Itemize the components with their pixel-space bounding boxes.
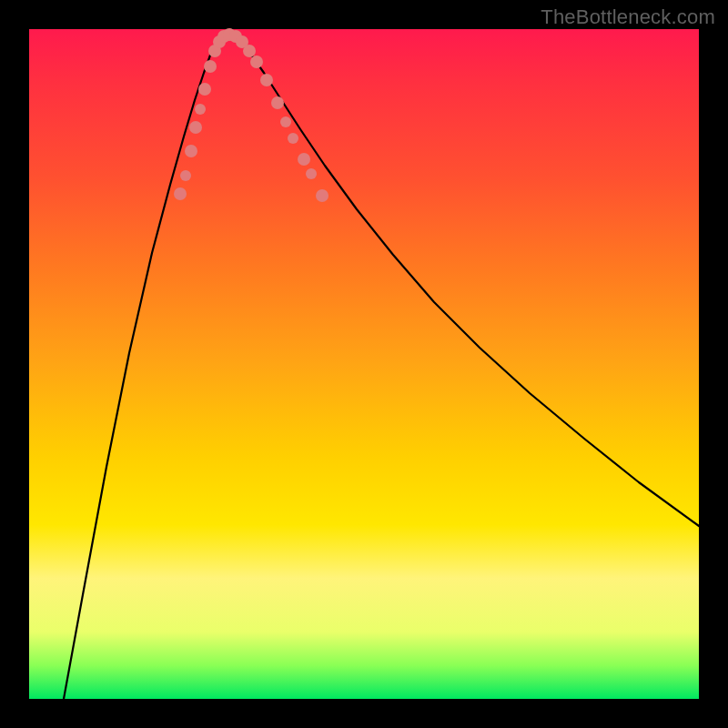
data-point-marker — [260, 74, 273, 86]
plot-area — [29, 29, 699, 699]
chart-svg — [29, 29, 699, 699]
outer-frame: TheBottleneck.com — [0, 0, 728, 728]
data-point-marker — [204, 60, 217, 73]
data-point-marker — [288, 133, 298, 144]
data-point-marker — [243, 45, 256, 57]
bottleneck-curve — [64, 35, 699, 699]
data-point-marker — [316, 189, 329, 202]
data-point-marker — [306, 168, 317, 179]
data-point-marker — [195, 104, 206, 115]
watermark-text: TheBottleneck.com — [541, 5, 715, 29]
data-point-marker — [180, 170, 191, 181]
data-point-marker — [174, 187, 187, 200]
data-point-marker — [189, 121, 202, 134]
marker-group — [174, 28, 329, 202]
data-point-marker — [298, 153, 310, 166]
data-point-marker — [280, 116, 291, 127]
data-point-marker — [185, 145, 197, 157]
data-point-marker — [271, 96, 284, 109]
data-point-marker — [250, 56, 263, 68]
data-point-marker — [198, 83, 211, 96]
